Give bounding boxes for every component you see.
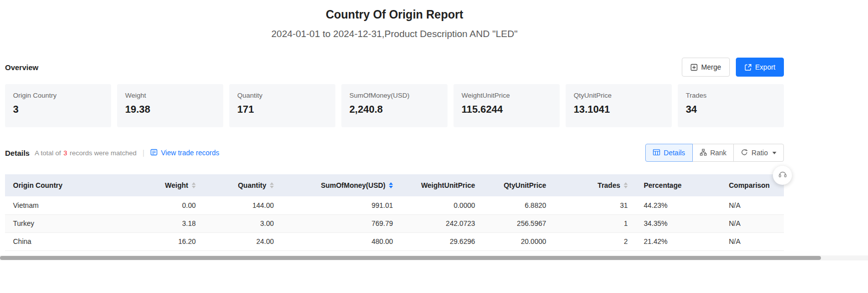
view-mode-rank-label: Rank — [710, 149, 727, 157]
cell-trades: 2 — [554, 232, 636, 250]
cell-trades: 1 — [554, 214, 636, 232]
column-header-weight-unit-price: WeightUnitPrice — [401, 174, 483, 196]
vertical-divider: | — [143, 149, 145, 157]
cell-comparison: N/A — [721, 196, 784, 214]
cell-quantity: 144.00 — [204, 196, 282, 214]
stat-card-origin-country: Origin Country 3 — [5, 84, 111, 127]
stat-value: 13.1041 — [574, 104, 664, 115]
cell-origin-country: Vietnam — [5, 196, 128, 214]
stat-label: Trades — [686, 92, 776, 99]
records-summary: A total of 3 records were matched — [35, 149, 137, 157]
cell-weight-unit-price: 0.0000 — [401, 196, 483, 214]
view-mode-rank-button[interactable]: Rank — [692, 144, 734, 162]
cell-quantity: 3.00 — [204, 214, 282, 232]
cell-sum-of-money: 991.01 — [282, 196, 401, 214]
details-table-container: Origin Country Weight Quantity SumOfMone… — [5, 174, 784, 251]
stat-value: 115.6244 — [462, 104, 552, 115]
details-table: Origin Country Weight Quantity SumOfMone… — [5, 174, 784, 251]
ratio-refresh-icon — [741, 149, 748, 157]
page-title: Country Of Origin Report — [5, 7, 784, 22]
cell-comparison: N/A — [721, 214, 784, 232]
trade-records-icon — [150, 149, 158, 157]
horizontal-scrollbar-thumb[interactable] — [0, 256, 821, 260]
cell-weight-unit-price: 29.6296 — [401, 232, 483, 250]
headset-icon — [778, 170, 787, 181]
merge-button-label: Merge — [701, 63, 721, 71]
cell-weight: 0.00 — [128, 196, 204, 214]
cell-weight: 16.20 — [128, 232, 204, 250]
cell-origin-country: Turkey — [5, 214, 128, 232]
view-mode-details-label: Details — [664, 149, 685, 157]
cell-weight: 3.18 — [128, 214, 204, 232]
records-count: 3 — [64, 149, 68, 157]
rank-icon — [700, 149, 707, 157]
support-fab-button[interactable] — [773, 166, 792, 185]
cell-weight-unit-price: 242.0723 — [401, 214, 483, 232]
stat-label: SumOfMoney(USD) — [349, 92, 440, 99]
cell-qty-unit-price: 6.8820 — [483, 196, 554, 214]
stat-value: 171 — [237, 104, 327, 115]
cell-percentage: 34.35% — [636, 214, 721, 232]
column-header-origin-country: Origin Country — [5, 174, 128, 196]
sort-icon-active — [389, 182, 393, 188]
stat-card-quantity: Quantity 171 — [229, 84, 335, 127]
cell-sum-of-money: 480.00 — [282, 232, 401, 250]
table-row-vietnam: Vietnam 0.00 144.00 991.01 0.0000 6.8820… — [5, 196, 784, 214]
stat-card-sum-of-money: SumOfMoney(USD) 2,240.8 — [341, 84, 448, 127]
export-button-label: Export — [755, 63, 775, 71]
column-header-trades[interactable]: Trades — [554, 174, 636, 196]
column-header-weight[interactable]: Weight — [128, 174, 204, 196]
cell-origin-country: China — [5, 232, 128, 250]
view-mode-details-button[interactable]: Details — [645, 144, 693, 162]
cell-quantity: 24.00 — [204, 232, 282, 250]
export-icon — [744, 64, 752, 71]
stat-value: 2,240.8 — [349, 104, 440, 115]
stat-label: Quantity — [237, 92, 327, 99]
report-header: Country Of Origin Report 2024-01-01 to 2… — [5, 0, 784, 40]
view-trade-records-link[interactable]: View trade records — [150, 149, 219, 157]
stat-value: 3 — [13, 104, 103, 115]
cell-percentage: 21.42% — [636, 232, 721, 250]
stat-label: QtyUnitPrice — [574, 92, 664, 99]
table-row-turkey: Turkey 3.18 3.00 769.79 242.0723 256.596… — [5, 214, 784, 232]
table-header-row: Origin Country Weight Quantity SumOfMone… — [5, 174, 784, 196]
cell-qty-unit-price: 20.0000 — [483, 232, 554, 250]
stat-card-weight: Weight 19.38 — [117, 84, 223, 127]
stat-label: WeightUnitPrice — [462, 92, 552, 99]
stat-card-qty-unit-price: QtyUnitPrice 13.1041 — [566, 84, 672, 127]
country-of-origin-report-page: Country Of Origin Report 2024-01-01 to 2… — [0, 0, 784, 251]
stat-card-weight-unit-price: WeightUnitPrice 115.6244 — [454, 84, 560, 127]
merge-icon — [690, 64, 698, 71]
cell-sum-of-money: 769.79 — [282, 214, 401, 232]
overview-section-title: Overview — [5, 63, 39, 72]
cell-qty-unit-price: 256.5967 — [483, 214, 554, 232]
column-header-sum-of-money[interactable]: SumOfMoney(USD) — [282, 174, 401, 196]
overview-stat-cards: Origin Country 3 Weight 19.38 Quantity 1… — [5, 84, 784, 127]
details-grid-icon — [653, 149, 660, 157]
overview-bar: Overview Merge Export — [5, 57, 784, 77]
cell-comparison: N/A — [721, 232, 784, 250]
stat-value: 34 — [686, 104, 776, 115]
view-mode-ratio-button[interactable]: Ratio — [733, 144, 784, 162]
table-row-china: China 16.20 24.00 480.00 29.6296 20.0000… — [5, 232, 784, 250]
cell-percentage: 44.23% — [636, 196, 721, 214]
merge-button[interactable]: Merge — [682, 58, 730, 77]
cell-trades: 31 — [554, 196, 636, 214]
view-switch: Details Rank Ratio — [645, 144, 784, 162]
view-trade-records-label: View trade records — [161, 149, 219, 157]
details-section-title: Details — [5, 149, 30, 157]
details-left: Details A total of 3 records were matche… — [5, 149, 219, 157]
report-subtitle: 2024-01-01 to 2024-12-31,Product Descrip… — [5, 28, 784, 40]
sort-icon — [270, 182, 274, 188]
summary-prefix: A total of — [35, 149, 61, 157]
details-bar: Details A total of 3 records were matche… — [5, 143, 784, 162]
column-header-percentage: Percentage — [636, 174, 721, 196]
stat-card-trades: Trades 34 — [678, 84, 784, 127]
overview-actions: Merge Export — [682, 58, 784, 77]
stat-value: 19.38 — [125, 104, 215, 115]
export-button[interactable]: Export — [736, 58, 784, 77]
view-mode-ratio-label: Ratio — [751, 149, 768, 157]
sort-icon — [192, 182, 196, 188]
horizontal-scrollbar-track[interactable] — [0, 255, 868, 260]
column-header-quantity[interactable]: Quantity — [204, 174, 282, 196]
